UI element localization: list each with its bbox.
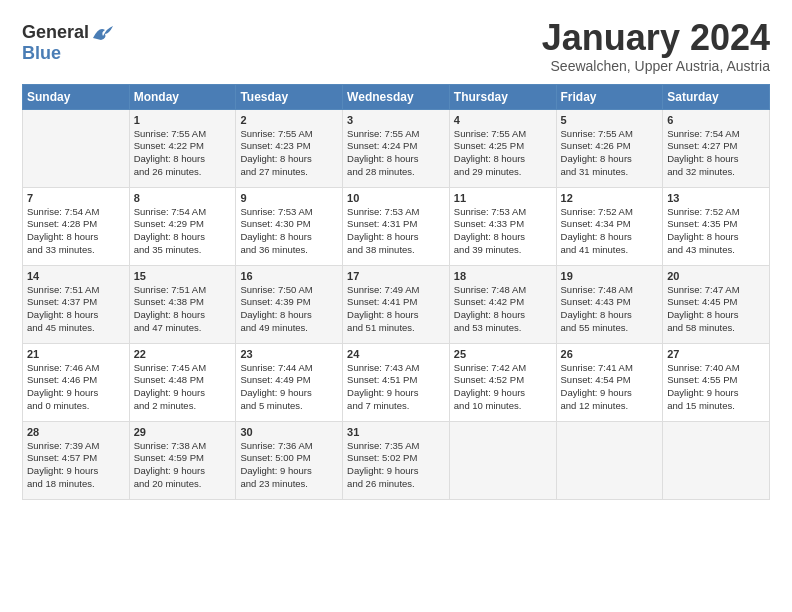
calendar-week-row: 14Sunrise: 7:51 AMSunset: 4:37 PMDayligh… [23,265,770,343]
sunrise-text: Sunrise: 7:39 AM [27,440,125,453]
sunset-text: Sunset: 4:24 PM [347,140,445,153]
calendar-cell: 10Sunrise: 7:53 AMSunset: 4:31 PMDayligh… [343,187,450,265]
day-number: 26 [561,348,659,360]
header-wednesday: Wednesday [343,84,450,109]
daylight-text: Daylight: 9 hours [27,465,125,478]
daylight-text: and 15 minutes. [667,400,765,413]
sunrise-text: Sunrise: 7:53 AM [240,206,338,219]
day-number: 5 [561,114,659,126]
sunset-text: Sunset: 4:33 PM [454,218,552,231]
sunset-text: Sunset: 4:42 PM [454,296,552,309]
day-number: 25 [454,348,552,360]
calendar-cell: 20Sunrise: 7:47 AMSunset: 4:45 PMDayligh… [663,265,770,343]
calendar-cell: 8Sunrise: 7:54 AMSunset: 4:29 PMDaylight… [129,187,236,265]
sunrise-text: Sunrise: 7:43 AM [347,362,445,375]
day-number: 23 [240,348,338,360]
sunrise-text: Sunrise: 7:55 AM [454,128,552,141]
day-number: 16 [240,270,338,282]
sunrise-text: Sunrise: 7:55 AM [240,128,338,141]
calendar-week-row: 21Sunrise: 7:46 AMSunset: 4:46 PMDayligh… [23,343,770,421]
calendar-cell: 14Sunrise: 7:51 AMSunset: 4:37 PMDayligh… [23,265,130,343]
sunrise-text: Sunrise: 7:41 AM [561,362,659,375]
day-number: 27 [667,348,765,360]
sunset-text: Sunset: 4:39 PM [240,296,338,309]
sunrise-text: Sunrise: 7:54 AM [27,206,125,219]
page: General Blue January 2024 Seewalchen, Up… [0,0,792,612]
daylight-text: Daylight: 8 hours [134,231,232,244]
sunset-text: Sunset: 4:22 PM [134,140,232,153]
day-number: 7 [27,192,125,204]
daylight-text: and 38 minutes. [347,244,445,257]
daylight-text: and 2 minutes. [134,400,232,413]
day-number: 21 [27,348,125,360]
daylight-text: Daylight: 9 hours [667,387,765,400]
calendar-week-row: 28Sunrise: 7:39 AMSunset: 4:57 PMDayligh… [23,421,770,499]
calendar-cell: 25Sunrise: 7:42 AMSunset: 4:52 PMDayligh… [449,343,556,421]
daylight-text: Daylight: 8 hours [667,231,765,244]
calendar-cell: 6Sunrise: 7:54 AMSunset: 4:27 PMDaylight… [663,109,770,187]
daylight-text: and 18 minutes. [27,478,125,491]
sunset-text: Sunset: 4:27 PM [667,140,765,153]
sunset-text: Sunset: 4:45 PM [667,296,765,309]
daylight-text: Daylight: 9 hours [561,387,659,400]
month-title: January 2024 [542,18,770,58]
day-number: 14 [27,270,125,282]
calendar-cell: 5Sunrise: 7:55 AMSunset: 4:26 PMDaylight… [556,109,663,187]
day-number: 12 [561,192,659,204]
sunrise-text: Sunrise: 7:38 AM [134,440,232,453]
calendar-cell [663,421,770,499]
daylight-text: and 39 minutes. [454,244,552,257]
calendar-cell: 28Sunrise: 7:39 AMSunset: 4:57 PMDayligh… [23,421,130,499]
daylight-text: and 7 minutes. [347,400,445,413]
daylight-text: and 23 minutes. [240,478,338,491]
sunset-text: Sunset: 4:55 PM [667,374,765,387]
sunset-text: Sunset: 4:28 PM [27,218,125,231]
daylight-text: Daylight: 8 hours [347,309,445,322]
sunset-text: Sunset: 4:25 PM [454,140,552,153]
location: Seewalchen, Upper Austria, Austria [542,58,770,74]
calendar-cell [23,109,130,187]
sunset-text: Sunset: 4:37 PM [27,296,125,309]
sunrise-text: Sunrise: 7:55 AM [134,128,232,141]
calendar-cell: 31Sunrise: 7:35 AMSunset: 5:02 PMDayligh… [343,421,450,499]
daylight-text: and 5 minutes. [240,400,338,413]
sunset-text: Sunset: 4:52 PM [454,374,552,387]
daylight-text: Daylight: 8 hours [134,309,232,322]
daylight-text: and 31 minutes. [561,166,659,179]
day-number: 9 [240,192,338,204]
daylight-text: and 45 minutes. [27,322,125,335]
calendar-cell: 18Sunrise: 7:48 AMSunset: 4:42 PMDayligh… [449,265,556,343]
day-number: 10 [347,192,445,204]
day-number: 30 [240,426,338,438]
daylight-text: and 0 minutes. [27,400,125,413]
sunset-text: Sunset: 4:31 PM [347,218,445,231]
day-number: 22 [134,348,232,360]
daylight-text: and 41 minutes. [561,244,659,257]
sunset-text: Sunset: 4:51 PM [347,374,445,387]
daylight-text: Daylight: 8 hours [27,309,125,322]
daylight-text: and 51 minutes. [347,322,445,335]
header-friday: Friday [556,84,663,109]
calendar-week-row: 1Sunrise: 7:55 AMSunset: 4:22 PMDaylight… [23,109,770,187]
day-number: 29 [134,426,232,438]
calendar-cell: 4Sunrise: 7:55 AMSunset: 4:25 PMDaylight… [449,109,556,187]
daylight-text: and 53 minutes. [454,322,552,335]
daylight-text: and 35 minutes. [134,244,232,257]
daylight-text: Daylight: 9 hours [347,387,445,400]
calendar-cell: 13Sunrise: 7:52 AMSunset: 4:35 PMDayligh… [663,187,770,265]
header: General Blue January 2024 Seewalchen, Up… [22,18,770,74]
sunrise-text: Sunrise: 7:42 AM [454,362,552,375]
sunset-text: Sunset: 4:57 PM [27,452,125,465]
sunrise-text: Sunrise: 7:55 AM [347,128,445,141]
sunset-text: Sunset: 4:49 PM [240,374,338,387]
daylight-text: and 28 minutes. [347,166,445,179]
daylight-text: Daylight: 8 hours [561,231,659,244]
daylight-text: Daylight: 9 hours [240,465,338,478]
daylight-text: and 49 minutes. [240,322,338,335]
sunset-text: Sunset: 4:59 PM [134,452,232,465]
calendar-week-row: 7Sunrise: 7:54 AMSunset: 4:28 PMDaylight… [23,187,770,265]
sunrise-text: Sunrise: 7:51 AM [27,284,125,297]
sunset-text: Sunset: 4:54 PM [561,374,659,387]
calendar-cell: 3Sunrise: 7:55 AMSunset: 4:24 PMDaylight… [343,109,450,187]
header-monday: Monday [129,84,236,109]
